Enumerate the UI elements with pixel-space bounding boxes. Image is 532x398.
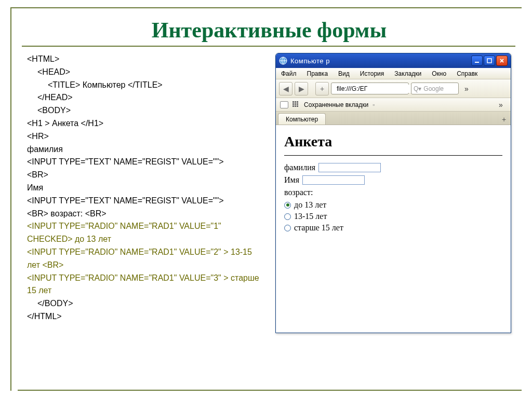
code-line: </HEAD> bbox=[27, 91, 73, 104]
code-line: <BR> bbox=[27, 170, 48, 179]
bookmarks-bar: Сохраненные вкладки ▫ » bbox=[276, 98, 511, 112]
bookmarks-overflow[interactable]: » bbox=[495, 101, 507, 109]
tag-icon: ▫ bbox=[373, 101, 375, 108]
url-input[interactable] bbox=[336, 85, 416, 93]
slide-title: Интерактивные формы bbox=[27, 18, 511, 43]
code-line: <HR> bbox=[27, 132, 49, 141]
code-line: <INPUT TYPE="TEXT' NAME="REGIST" VALUE="… bbox=[27, 196, 224, 205]
radio-row[interactable]: старше 15 лет bbox=[284, 223, 502, 232]
forward-button[interactable]: ▶ bbox=[295, 82, 308, 95]
search-placeholder: Google bbox=[423, 85, 444, 92]
page-viewport: Анкета фамилия Имя возраст: до 13 лет13-… bbox=[276, 125, 511, 333]
code-line: </BODY> bbox=[27, 297, 73, 310]
code-line: <H1 > Анкета </H1> bbox=[27, 119, 103, 128]
search-icon: Q▾ bbox=[414, 85, 421, 92]
tab-label: Компьютер bbox=[286, 116, 318, 123]
book-icon[interactable] bbox=[280, 101, 288, 108]
name-input[interactable] bbox=[302, 175, 365, 185]
page-hr bbox=[284, 155, 502, 156]
globe-icon bbox=[279, 57, 287, 65]
menu-item[interactable]: Закладки bbox=[394, 70, 421, 77]
search-field[interactable]: Q▾ Google bbox=[411, 83, 459, 94]
radio-label: 13-15 лет bbox=[294, 212, 327, 221]
code-line: <INPUT TYPE="RADIO" NAME="RAD1" VALUE="1… bbox=[27, 222, 221, 243]
page-h1: Анкета bbox=[284, 133, 502, 150]
maximize-button[interactable] bbox=[484, 56, 495, 66]
new-tab-button[interactable]: + bbox=[499, 115, 509, 125]
menu-item[interactable]: Правка bbox=[307, 70, 328, 77]
menubar: ФайлПравкаВидИсторияЗакладкиОкноСправк bbox=[276, 68, 511, 79]
svg-rect-2 bbox=[487, 59, 491, 63]
grid-icon[interactable] bbox=[292, 101, 300, 108]
radio-label: до 13 лет bbox=[294, 200, 326, 210]
url-field[interactable]: ↻ bbox=[331, 83, 409, 94]
code-line: <INPUT TYPE="RADIO" NAME="RAD1" VALUE="3… bbox=[27, 273, 259, 295]
tab-active[interactable]: Компьютер bbox=[278, 113, 326, 125]
menu-item[interactable]: Окно bbox=[432, 70, 446, 77]
code-line: <BODY> bbox=[27, 104, 71, 117]
code-line: <HTML> bbox=[27, 54, 59, 63]
radio-label: старше 15 лет bbox=[294, 223, 343, 232]
radio-icon[interactable] bbox=[284, 202, 291, 209]
code-line: Имя bbox=[27, 183, 43, 192]
age-label: возраст: bbox=[284, 188, 313, 197]
code-line: <INPUT TYPE="RADIO" NAME="RAD1" VALUE="2… bbox=[27, 248, 252, 269]
bottom-divider bbox=[18, 390, 522, 391]
code-line: <HEAD> bbox=[27, 66, 70, 79]
code-line: <TITLE> Компьютер </TITLE> bbox=[27, 79, 163, 92]
window-buttons bbox=[471, 56, 508, 66]
toolbar-overflow[interactable]: » bbox=[461, 85, 472, 93]
code-line: </HTML> bbox=[27, 312, 62, 321]
titlebar: Компьюте р bbox=[276, 53, 511, 68]
surname-label: фамилия bbox=[284, 163, 315, 172]
add-button[interactable]: + bbox=[315, 82, 329, 95]
radio-group: до 13 лет13-15 летстарше 15 лет bbox=[284, 200, 502, 232]
back-button[interactable]: ◀ bbox=[279, 82, 292, 95]
svg-rect-1 bbox=[475, 62, 479, 63]
code-listing: <HTML><HEAD><TITLE> Компьютер </TITLE></… bbox=[27, 53, 266, 333]
menu-item[interactable]: Справк bbox=[457, 70, 477, 77]
code-line: <BR> возраст: <BR> bbox=[27, 209, 107, 218]
menu-item[interactable]: История bbox=[360, 70, 384, 77]
menu-item[interactable]: Вид bbox=[338, 70, 350, 77]
bookmarks-label[interactable]: Сохраненные вкладки bbox=[304, 101, 368, 108]
slide-frame: Интерактивные формы <HTML><HEAD><TITLE> … bbox=[10, 7, 522, 391]
name-label: Имя bbox=[284, 175, 299, 185]
close-button[interactable] bbox=[496, 56, 508, 66]
radio-icon[interactable] bbox=[284, 225, 291, 231]
tab-strip: Компьютер + bbox=[276, 112, 511, 125]
toolbar: ◀ ▶ + ↻ Q▾ Google » bbox=[276, 79, 511, 98]
divider bbox=[22, 46, 515, 47]
menu-item[interactable]: Файл bbox=[281, 70, 297, 77]
window-title: Компьюте р bbox=[290, 57, 471, 65]
radio-row[interactable]: 13-15 лет bbox=[284, 212, 502, 221]
content-row: <HTML><HEAD><TITLE> Компьютер </TITLE></… bbox=[27, 53, 511, 333]
radio-row[interactable]: до 13 лет bbox=[284, 200, 502, 210]
code-line: <INPUT TYPE="TEXT' NAME="REGIST" VALUE="… bbox=[27, 157, 224, 166]
surname-input[interactable] bbox=[318, 163, 381, 172]
minimize-button[interactable] bbox=[471, 56, 483, 66]
radio-icon[interactable] bbox=[284, 213, 291, 220]
browser-window: Компьюте р ФайлПравкаВидИсторияЗакладкиО… bbox=[275, 53, 511, 333]
code-line: фамилия bbox=[27, 145, 63, 154]
